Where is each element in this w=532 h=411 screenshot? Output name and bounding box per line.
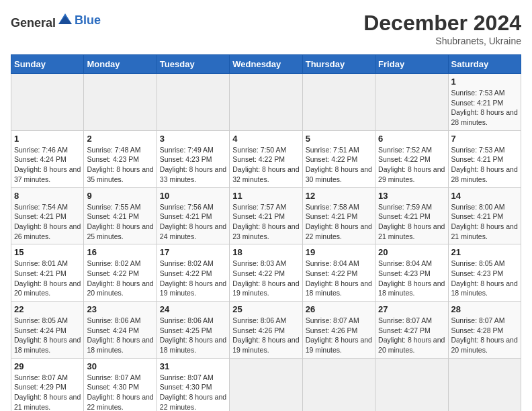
calendar-cell	[230, 358, 302, 411]
calendar-cell: 7Sunrise: 7:53 AMSunset: 4:21 PMDaylight…	[448, 130, 521, 187]
header-row: SundayMondayTuesdayWednesdayThursdayFrid…	[11, 55, 521, 74]
month-title: December 2024	[363, 11, 521, 36]
day-info: Sunrise: 8:07 AMSunset: 4:28 PMDaylight:…	[451, 316, 518, 355]
day-info: Sunrise: 8:06 AMSunset: 4:24 PMDaylight:…	[87, 316, 153, 355]
title-block: December 2024 Shubranets, Ukraine	[363, 11, 521, 46]
calendar-cell: 17Sunrise: 8:02 AMSunset: 4:22 PMDayligh…	[157, 244, 229, 302]
calendar-cell: 30Sunrise: 8:07 AMSunset: 4:30 PMDayligh…	[84, 358, 157, 411]
calendar-cell: 23Sunrise: 8:06 AMSunset: 4:24 PMDayligh…	[84, 302, 157, 359]
day-number: 27	[378, 304, 445, 314]
calendar-cell: 27Sunrise: 8:07 AMSunset: 4:27 PMDayligh…	[375, 302, 448, 359]
svg-marker-1	[58, 16, 72, 24]
day-number: 23	[87, 304, 153, 314]
calendar-cell: 31Sunrise: 8:07 AMSunset: 4:30 PMDayligh…	[157, 358, 229, 411]
calendar-cell: 6Sunrise: 7:52 AMSunset: 4:22 PMDaylight…	[375, 130, 448, 187]
day-info: Sunrise: 7:55 AMSunset: 4:21 PMDaylight:…	[87, 202, 153, 242]
day-info: Sunrise: 8:00 AMSunset: 4:21 PMDaylight:…	[451, 202, 518, 242]
calendar-cell	[375, 74, 448, 131]
calendar-cell: 14Sunrise: 8:00 AMSunset: 4:21 PMDayligh…	[448, 187, 521, 244]
header-day-sunday: Sunday	[11, 55, 84, 74]
day-number: 7	[451, 134, 518, 144]
header-day-saturday: Saturday	[448, 55, 521, 74]
day-number: 2	[87, 134, 153, 144]
day-info: Sunrise: 7:53 AMSunset: 4:21 PMDaylight:…	[451, 88, 518, 128]
header-day-tuesday: Tuesday	[157, 55, 229, 74]
header-day-wednesday: Wednesday	[230, 55, 302, 74]
day-number: 1	[451, 77, 518, 87]
day-number: 5	[306, 134, 372, 144]
calendar-cell	[448, 358, 521, 411]
day-number: 25	[232, 304, 299, 314]
logo-icon	[57, 11, 73, 27]
calendar-cell: 22Sunrise: 8:05 AMSunset: 4:24 PMDayligh…	[11, 302, 84, 359]
calendar-cell: 13Sunrise: 7:59 AMSunset: 4:21 PMDayligh…	[375, 187, 448, 244]
day-number: 28	[451, 304, 518, 314]
calendar-cell: 15Sunrise: 8:01 AMSunset: 4:21 PMDayligh…	[11, 244, 84, 302]
day-info: Sunrise: 8:07 AMSunset: 4:27 PMDaylight:…	[378, 316, 445, 355]
day-number: 6	[378, 134, 445, 144]
page-header: General Blue December 2024 Shubranets, U…	[11, 11, 521, 46]
day-info: Sunrise: 8:01 AMSunset: 4:21 PMDaylight:…	[14, 259, 81, 298]
day-number: 30	[87, 361, 153, 371]
week-row-0: 1Sunrise: 7:53 AMSunset: 4:21 PMDaylight…	[11, 74, 521, 131]
calendar-cell: 5Sunrise: 7:51 AMSunset: 4:22 PMDaylight…	[302, 130, 375, 187]
day-info: Sunrise: 7:51 AMSunset: 4:22 PMDaylight:…	[306, 145, 372, 185]
week-row-3: 15Sunrise: 8:01 AMSunset: 4:21 PMDayligh…	[11, 244, 521, 302]
calendar-cell: 10Sunrise: 7:56 AMSunset: 4:21 PMDayligh…	[157, 187, 229, 244]
day-info: Sunrise: 7:58 AMSunset: 4:21 PMDaylight:…	[306, 202, 372, 242]
day-number: 8	[14, 191, 81, 201]
day-info: Sunrise: 8:02 AMSunset: 4:22 PMDaylight:…	[87, 259, 153, 298]
calendar-cell: 1Sunrise: 7:46 AMSunset: 4:24 PMDaylight…	[11, 130, 84, 187]
header-day-monday: Monday	[84, 55, 157, 74]
logo-blue: Blue	[75, 13, 101, 28]
day-number: 21	[451, 247, 518, 257]
calendar-cell: 18Sunrise: 8:03 AMSunset: 4:22 PMDayligh…	[230, 244, 302, 302]
day-number: 16	[87, 247, 153, 257]
calendar-cell	[84, 74, 157, 131]
calendar-cell: 20Sunrise: 8:04 AMSunset: 4:23 PMDayligh…	[375, 244, 448, 302]
day-number: 17	[160, 247, 226, 257]
day-info: Sunrise: 8:03 AMSunset: 4:22 PMDaylight:…	[232, 259, 299, 298]
day-info: Sunrise: 7:52 AMSunset: 4:22 PMDaylight:…	[378, 145, 445, 185]
calendar-cell	[302, 74, 375, 131]
calendar-cell: 24Sunrise: 8:06 AMSunset: 4:25 PMDayligh…	[157, 302, 229, 359]
calendar-cell: 12Sunrise: 7:58 AMSunset: 4:21 PMDayligh…	[302, 187, 375, 244]
week-row-1: 1Sunrise: 7:46 AMSunset: 4:24 PMDaylight…	[11, 130, 521, 187]
calendar-cell: 9Sunrise: 7:55 AMSunset: 4:21 PMDaylight…	[84, 187, 157, 244]
day-number: 29	[14, 361, 81, 371]
calendar-header: SundayMondayTuesdayWednesdayThursdayFrid…	[11, 55, 521, 74]
day-number: 22	[14, 304, 81, 314]
logo: General Blue	[11, 11, 101, 30]
day-number: 20	[378, 247, 445, 257]
day-number: 12	[306, 191, 372, 201]
day-number: 15	[14, 247, 81, 257]
day-info: Sunrise: 8:07 AMSunset: 4:29 PMDaylight:…	[14, 373, 81, 411]
calendar-table: SundayMondayTuesdayWednesdayThursdayFrid…	[11, 54, 521, 411]
calendar-cell	[302, 358, 375, 411]
calendar-cell: 8Sunrise: 7:54 AMSunset: 4:21 PMDaylight…	[11, 187, 84, 244]
calendar-body: 1Sunrise: 7:53 AMSunset: 4:21 PMDaylight…	[11, 74, 521, 412]
calendar-cell	[11, 74, 84, 131]
day-info: Sunrise: 8:07 AMSunset: 4:30 PMDaylight:…	[160, 373, 226, 411]
calendar-cell: 3Sunrise: 7:49 AMSunset: 4:23 PMDaylight…	[157, 130, 229, 187]
day-info: Sunrise: 7:48 AMSunset: 4:23 PMDaylight:…	[87, 145, 153, 185]
calendar-cell: 16Sunrise: 8:02 AMSunset: 4:22 PMDayligh…	[84, 244, 157, 302]
calendar-cell: 11Sunrise: 7:57 AMSunset: 4:21 PMDayligh…	[230, 187, 302, 244]
day-number: 1	[14, 134, 81, 144]
day-number: 26	[306, 304, 372, 314]
calendar-cell: 26Sunrise: 8:07 AMSunset: 4:26 PMDayligh…	[302, 302, 375, 359]
day-info: Sunrise: 8:04 AMSunset: 4:22 PMDaylight:…	[306, 259, 372, 298]
day-number: 24	[160, 304, 226, 314]
calendar-cell: 21Sunrise: 8:05 AMSunset: 4:23 PMDayligh…	[448, 244, 521, 302]
day-info: Sunrise: 7:50 AMSunset: 4:22 PMDaylight:…	[232, 145, 299, 185]
day-number: 18	[232, 247, 299, 257]
day-info: Sunrise: 7:57 AMSunset: 4:21 PMDaylight:…	[232, 202, 299, 242]
day-info: Sunrise: 7:56 AMSunset: 4:21 PMDaylight:…	[160, 202, 226, 242]
logo-general: General	[11, 16, 56, 30]
day-info: Sunrise: 7:59 AMSunset: 4:21 PMDaylight:…	[378, 202, 445, 242]
day-info: Sunrise: 8:07 AMSunset: 4:26 PMDaylight:…	[306, 316, 372, 355]
day-number: 14	[451, 191, 518, 201]
day-number: 19	[306, 247, 372, 257]
calendar-cell: 25Sunrise: 8:06 AMSunset: 4:26 PMDayligh…	[230, 302, 302, 359]
day-number: 10	[160, 191, 226, 201]
